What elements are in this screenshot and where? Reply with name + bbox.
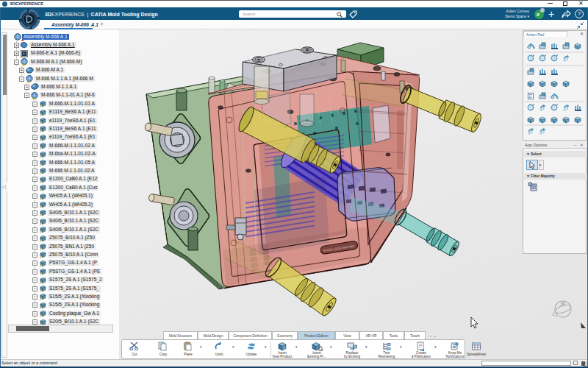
svg-text:▾: ▾ [29, 25, 30, 29]
